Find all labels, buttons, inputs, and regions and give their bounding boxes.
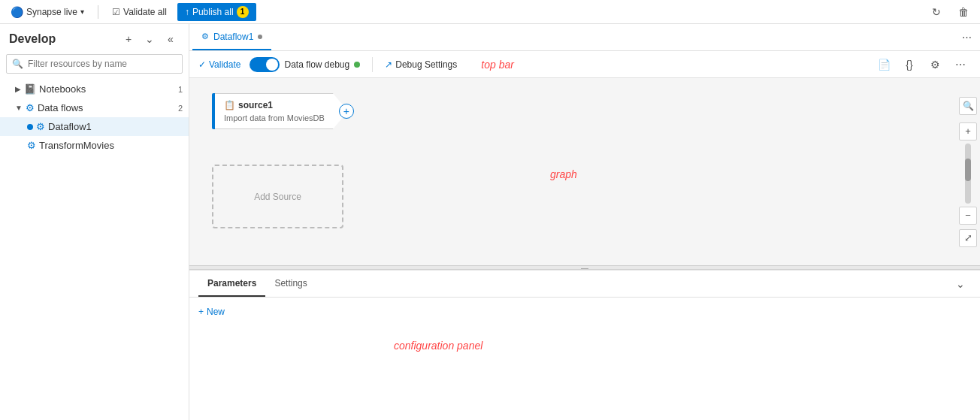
validate-toolbar-label: Validate	[209, 59, 240, 70]
discard-icon: 🗑	[958, 6, 969, 18]
refresh-button[interactable]: ↻	[926, 2, 947, 23]
toggle-knob	[266, 59, 278, 71]
debug-settings-button[interactable]: ↗ Debug Settings	[385, 59, 457, 70]
settings-button[interactable]: ⚙	[924, 54, 945, 75]
sort-button[interactable]: ⌄	[141, 30, 159, 48]
dataflow2-icon: ⚙	[27, 140, 36, 151]
scrollbar-thumb	[965, 159, 971, 181]
dataflows-count: 2	[178, 104, 183, 113]
fit-icon: ⤢	[964, 232, 972, 243]
bottom-panel: Parameters Settings ⌄ + New configuratio…	[189, 270, 980, 420]
new-parameter-button[interactable]: + New	[198, 307, 971, 317]
chevron-right-icon: ▶	[15, 85, 21, 93]
script-icon: 📄	[878, 59, 891, 71]
settings-icon: ⚙	[930, 59, 940, 71]
node-accent-bar	[212, 93, 215, 129]
refresh-icon: ↻	[932, 6, 941, 18]
tab-bar: ⚙ Dataflow1 ⋯	[189, 24, 980, 51]
tab-settings[interactable]: Settings	[265, 270, 316, 297]
more-options-button[interactable]: ⋯	[950, 54, 971, 75]
dataflow1-icon: ⚙	[36, 121, 45, 132]
zoom-out-icon: −	[965, 210, 971, 221]
node-add-button[interactable]: +	[339, 104, 354, 119]
active-dot	[27, 124, 33, 130]
source-node-icon: 📋	[224, 100, 235, 110]
dataflows-label: Data flows	[38, 102, 83, 113]
sidebar-item-transformmovies[interactable]: ⚙ TransformMovies	[0, 136, 189, 155]
dataflows-icon: ⚙	[26, 102, 35, 113]
publish-icon: ↑	[185, 7, 189, 17]
synapse-menu[interactable]: 🔵 Synapse live ▾	[6, 4, 89, 20]
publish-badge: 1	[237, 6, 249, 18]
validate-check-icon: ✓	[198, 59, 206, 70]
plus-icon: +	[198, 307, 204, 317]
sidebar-item-dataflow1[interactable]: ⚙ Dataflow1	[0, 117, 189, 136]
toolbar-separator	[372, 57, 373, 72]
config-annotation: configuration panel	[394, 340, 482, 352]
code-icon: {}	[906, 59, 912, 71]
toolbar-right: 📄 {} ⚙ ⋯	[873, 54, 971, 75]
search-icon: 🔍	[963, 101, 974, 111]
publish-label: Publish all	[192, 7, 234, 17]
debug-toggle: Data flow debug	[250, 57, 360, 72]
validate-label: Validate all	[123, 7, 167, 17]
collapse-sidebar-button[interactable]: «	[162, 30, 180, 48]
dataflow1-tab-label: Dataflow1	[213, 32, 253, 42]
search-box: 🔍	[6, 54, 183, 74]
top-bar-right: ↻ 🗑	[926, 2, 974, 23]
more-icon: ⋯	[955, 59, 966, 71]
add-connection-icon: +	[343, 105, 349, 117]
node-subtitle: Import data from MoviesDB	[224, 113, 325, 122]
sidebar-tree: ▶ 📓 Notebooks 1 ▼ ⚙ Data flows 2 ⚙ Dataf…	[0, 80, 189, 420]
zoom-out-button[interactable]: −	[959, 207, 977, 225]
dataflow1-label: Dataflow1	[48, 121, 92, 132]
sidebar: Develop + ⌄ « 🔍 ▶ 📓 Notebooks	[0, 24, 189, 420]
chevron-down-icon: ▼	[15, 104, 23, 112]
main-layout: Develop + ⌄ « 🔍 ▶ 📓 Notebooks	[0, 24, 980, 420]
zoom-in-icon: +	[965, 125, 971, 137]
sidebar-item-dataflows[interactable]: ▼ ⚙ Data flows 2	[0, 98, 189, 117]
top-bar: 🔵 Synapse live ▾ ☑ Validate all ↑ Publis…	[0, 0, 980, 24]
synapse-label: Synapse live	[26, 7, 77, 17]
separator	[98, 5, 98, 19]
more-tabs-icon: ⋯	[962, 32, 972, 43]
debug-toggle-switch[interactable]	[250, 57, 280, 72]
fit-view-button[interactable]: ⤢	[959, 229, 977, 247]
zoom-in-button[interactable]: +	[959, 122, 977, 141]
bottom-panel-tabs: Parameters Settings ⌄	[189, 270, 980, 298]
toolbar: ✓ Validate Data flow debug ↗ Debug Setti…	[189, 51, 980, 78]
validate-all-button[interactable]: ☑ Validate all	[107, 5, 171, 20]
graph-search-button[interactable]: 🔍	[959, 97, 977, 115]
collapse-panel-button[interactable]: ⌄	[950, 273, 971, 295]
tab-parameters[interactable]: Parameters	[198, 270, 265, 297]
add-source-box[interactable]: Add Source	[212, 165, 343, 228]
sidebar-header: Develop + ⌄ «	[0, 24, 189, 54]
source-node[interactable]: 📋 source1 Import data from MoviesDB +	[212, 93, 348, 129]
bottom-panel-content: + New configuration panel	[189, 298, 980, 420]
content-area: ⚙ Dataflow1 ⋯ ✓ Validate Data flow debug	[189, 24, 980, 420]
add-resource-button[interactable]: +	[119, 30, 138, 48]
validate-button[interactable]: ✓ Validate	[198, 59, 240, 70]
tab-dataflow1[interactable]: ⚙ Dataflow1	[192, 24, 271, 50]
graph-annotation: graph	[550, 168, 577, 180]
script-view-button[interactable]: 📄	[873, 54, 894, 75]
search-input[interactable]	[6, 54, 183, 74]
topbar-annotation: top bar	[481, 59, 514, 71]
chevron-down-icon: ▾	[80, 8, 84, 16]
code-view-button[interactable]: {}	[899, 54, 920, 75]
synapse-icon: 🔵	[11, 6, 23, 18]
debug-settings-icon: ↗	[385, 59, 392, 70]
graph-scrollbar[interactable]	[965, 144, 971, 204]
publish-all-button[interactable]: ↑ Publish all 1	[177, 3, 256, 21]
sidebar-item-notebooks[interactable]: ▶ 📓 Notebooks 1	[0, 80, 189, 98]
node-body: 📋 source1 Import data from MoviesDB	[215, 93, 348, 129]
debug-settings-label: Debug Settings	[395, 59, 457, 70]
validate-icon: ☑	[112, 7, 120, 17]
debug-label: Data flow debug	[284, 59, 349, 70]
discard-button[interactable]: 🗑	[953, 2, 974, 23]
collapse-icon: ⌄	[956, 278, 965, 290]
notebooks-count: 1	[178, 85, 183, 94]
bottom-panel-right: ⌄	[950, 273, 971, 295]
tab-more-button[interactable]: ⋯	[956, 27, 977, 48]
sidebar-title: Develop	[9, 32, 56, 46]
